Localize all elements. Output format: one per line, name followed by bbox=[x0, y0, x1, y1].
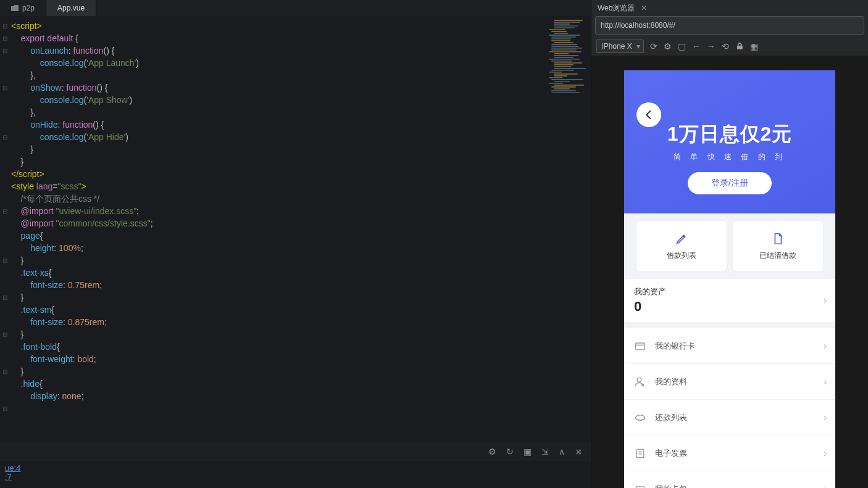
chevron-right-icon: › bbox=[824, 341, 827, 352]
lock-icon[interactable]: 🔒︎ bbox=[735, 41, 744, 51]
capture-icon[interactable]: ▢ bbox=[678, 41, 686, 51]
menu-item[interactable]: 电子发票› bbox=[624, 436, 835, 471]
fold-marker[interactable]: ⊟ bbox=[0, 254, 10, 267]
fold-marker[interactable]: ⊟ bbox=[0, 81, 10, 94]
arrow-left-icon bbox=[643, 109, 654, 120]
folder-icon bbox=[11, 5, 19, 11]
login-register-button[interactable]: 登录/注册 bbox=[688, 172, 772, 194]
status-line-1[interactable]: ue:4 bbox=[5, 463, 586, 473]
browser-tab-bar: Web浏览器 ✕ bbox=[591, 0, 868, 16]
dev-toolbar: iPhone X ⟳ ⚙ ▢ ← → ⟲ 🔒︎ ▦ bbox=[591, 37, 868, 56]
fold-marker[interactable] bbox=[0, 378, 10, 390]
fold-marker[interactable]: ⊟ bbox=[0, 205, 10, 217]
shuffle-icon[interactable]: ⤨ bbox=[575, 447, 582, 457]
preview-stage: 1万日息仅2元 简 单 快 速 借 的 到 登录/注册 借款列表 已结清借款 我… bbox=[591, 56, 868, 488]
menu-item[interactable]: 我的卡包› bbox=[624, 471, 835, 488]
tab-label: App.vue bbox=[57, 4, 85, 12]
hero-section: 1万日息仅2元 简 单 快 速 借 的 到 登录/注册 bbox=[624, 70, 835, 213]
browser-tab-label[interactable]: Web浏览器 bbox=[598, 3, 635, 14]
fold-marker[interactable] bbox=[0, 192, 10, 205]
menu-item[interactable]: 我的资料› bbox=[624, 364, 835, 400]
chevron-right-icon: › bbox=[824, 376, 827, 387]
minimap[interactable] bbox=[549, 20, 586, 106]
menu-item[interactable]: 还款列表› bbox=[624, 400, 835, 436]
menu-label: 还款列表 bbox=[655, 412, 687, 423]
url-input[interactable]: http://localhost:8080/#/ bbox=[595, 16, 864, 35]
menu-item[interactable]: 我的银行卡› bbox=[624, 328, 835, 364]
device-select[interactable]: iPhone X bbox=[596, 39, 644, 53]
url-text: http://localhost:8080/#/ bbox=[601, 21, 675, 30]
fold-marker[interactable] bbox=[0, 180, 10, 192]
phone-preview: 1万日息仅2元 简 单 快 速 借 的 到 登录/注册 借款列表 已结清借款 我… bbox=[624, 70, 835, 488]
editor-tab[interactable]: App.vue bbox=[46, 0, 96, 16]
tab-label: p2p bbox=[22, 4, 35, 12]
fold-marker[interactable] bbox=[0, 353, 10, 365]
fold-marker[interactable] bbox=[0, 230, 10, 242]
menu-label: 电子发票 bbox=[655, 448, 687, 459]
reload-icon[interactable]: ⟲ bbox=[722, 41, 729, 51]
fold-marker[interactable] bbox=[0, 57, 10, 69]
forward-icon[interactable]: → bbox=[707, 41, 716, 51]
gear-icon[interactable]: ⚙ bbox=[488, 447, 496, 457]
fold-marker[interactable] bbox=[0, 415, 10, 427]
fold-marker[interactable]: ⊟ bbox=[0, 32, 10, 44]
grid-icon[interactable]: ▦ bbox=[750, 41, 758, 51]
gutter: ⊟⊟⊟⊟⊟⊟⊟⊟⊟⊟⊟ bbox=[0, 16, 10, 427]
menu-label: 我的银行卡 bbox=[655, 341, 695, 352]
fold-marker[interactable] bbox=[0, 168, 10, 180]
editor-pane: p2pApp.vue ⊟⊟⊟⊟⊟⊟⊟⊟⊟⊟⊟ <script> export d… bbox=[0, 0, 591, 488]
fold-marker[interactable]: ⊟ bbox=[0, 328, 10, 341]
fold-marker[interactable]: ⊟ bbox=[0, 20, 10, 32]
fold-marker[interactable] bbox=[0, 316, 10, 328]
export-icon[interactable]: ⇲ bbox=[541, 447, 549, 457]
fold-marker[interactable] bbox=[0, 279, 10, 291]
fold-marker[interactable] bbox=[0, 390, 10, 402]
fold-marker[interactable] bbox=[0, 94, 10, 106]
fold-marker[interactable]: ⊟ bbox=[0, 291, 10, 304]
restart-icon[interactable]: ↻ bbox=[506, 447, 514, 457]
fold-marker[interactable]: ⊟ bbox=[0, 131, 10, 143]
back-button[interactable] bbox=[636, 102, 661, 127]
fold-marker[interactable]: ⊟ bbox=[0, 365, 10, 378]
chevron-right-icon: › bbox=[824, 448, 827, 459]
code-content[interactable]: <script> export default { onLaunch: func… bbox=[0, 16, 591, 402]
fold-marker[interactable]: ⊟ bbox=[0, 402, 10, 415]
asset-row[interactable]: 我的资产 0 › bbox=[624, 279, 835, 322]
fold-marker[interactable] bbox=[0, 69, 10, 81]
fold-marker[interactable] bbox=[0, 155, 10, 168]
fold-marker[interactable] bbox=[0, 304, 10, 316]
fold-marker[interactable] bbox=[0, 267, 10, 279]
code-area[interactable]: ⊟⊟⊟⊟⊟⊟⊟⊟⊟⊟⊟ <script> export default { on… bbox=[0, 16, 591, 442]
document-icon bbox=[771, 232, 785, 246]
card-label: 已结清借款 bbox=[759, 250, 796, 261]
settings-icon[interactable]: ⚙ bbox=[664, 41, 672, 51]
collapse-up-icon[interactable]: ∧ bbox=[559, 447, 565, 457]
chevron-right-icon: › bbox=[824, 484, 827, 488]
stop-icon[interactable]: ▣ bbox=[524, 447, 532, 457]
menu-label: 我的资料 bbox=[655, 376, 687, 387]
browser-pane: Web浏览器 ✕ http://localhost:8080/#/ iPhone… bbox=[591, 0, 868, 488]
back-icon[interactable]: ← bbox=[692, 41, 701, 51]
card-loan-list[interactable]: 借款列表 bbox=[636, 221, 727, 271]
fold-marker[interactable] bbox=[0, 143, 10, 155]
menu-list: 我的银行卡›我的资料›还款列表›电子发票›我的卡包› bbox=[624, 328, 835, 488]
profile-icon bbox=[634, 376, 646, 388]
fold-marker[interactable]: ⊟ bbox=[0, 44, 10, 57]
editor-tab[interactable]: p2p bbox=[0, 0, 46, 16]
card-cleared-loan[interactable]: 已结清借款 bbox=[733, 221, 823, 271]
close-icon[interactable]: ✕ bbox=[641, 4, 647, 12]
fold-marker[interactable] bbox=[0, 118, 10, 131]
rotate-icon[interactable]: ⟳ bbox=[650, 41, 657, 51]
card-icon bbox=[634, 340, 646, 352]
fold-marker[interactable] bbox=[0, 217, 10, 230]
menu-label: 我的卡包 bbox=[655, 484, 687, 488]
svg-point-1 bbox=[637, 378, 641, 382]
wallet-icon bbox=[634, 483, 646, 488]
chevron-right-icon: › bbox=[824, 412, 827, 423]
fold-marker[interactable] bbox=[0, 341, 10, 353]
fold-marker[interactable] bbox=[0, 106, 10, 118]
status-line-2[interactable]: :7 bbox=[5, 473, 586, 482]
status-bar: ue:4 :7 bbox=[0, 461, 591, 488]
device-select-value: iPhone X bbox=[602, 42, 632, 51]
fold-marker[interactable] bbox=[0, 242, 10, 254]
